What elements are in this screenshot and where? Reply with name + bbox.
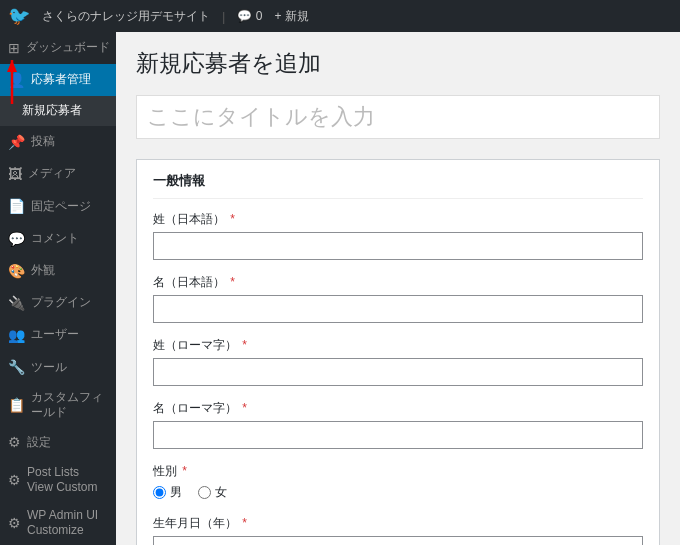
input-birthyear[interactable] — [153, 536, 643, 545]
admin-bar: 🐦 さくらのナレッジ用デモサイト | 💬 0 + 新規 — [0, 0, 680, 32]
settings-icon: ⚙ — [8, 433, 21, 451]
form-row-lastname-roman: 姓（ローマ字） * — [153, 337, 643, 386]
plugins-icon: 🔌 — [8, 294, 25, 312]
sidebar-item-label: カスタムフィールド — [31, 390, 108, 419]
sidebar-item-posts[interactable]: 📌 投稿 — [0, 126, 116, 158]
sidebar-item-label: ツール — [31, 360, 67, 376]
sidebar-item-comments[interactable]: 💬 コメント — [0, 223, 116, 255]
posts-icon: 📌 — [8, 133, 25, 151]
main-content: 新規応募者を追加 一般情報 姓（日本語） * 名（日本語） * — [116, 32, 680, 545]
general-info-section: 一般情報 姓（日本語） * 名（日本語） * 姓（ローマ字） * — [136, 159, 660, 545]
label-lastname-jp: 姓（日本語） * — [153, 211, 643, 228]
sidebar-item-new-applicant[interactable]: 新規応募者 — [0, 96, 116, 126]
comments-icon: 💬 — [8, 230, 25, 248]
form-row-lastname-jp: 姓（日本語） * — [153, 211, 643, 260]
input-lastname-jp[interactable] — [153, 232, 643, 260]
sidebar-item-label: 固定ページ — [31, 199, 91, 215]
radio-female-label[interactable]: 女 — [198, 484, 227, 501]
sidebar-item-label: 外観 — [31, 263, 55, 279]
admin-bar-sep: | — [222, 9, 225, 24]
input-firstname-roman[interactable] — [153, 421, 643, 449]
sidebar-item-label: WP Admin UI Customize — [27, 508, 108, 537]
svg-marker-1 — [7, 60, 17, 72]
admin-bar-new[interactable]: + 新規 — [274, 8, 308, 25]
sidebar-item-post-lists[interactable]: ⚙ Post Lists View Custom — [0, 458, 116, 501]
wp-layout: ⊞ ダッシュボード 👤 応募者管理 新規応募者 📌 投稿 — [0, 32, 680, 545]
appearance-icon: 🎨 — [8, 262, 25, 280]
sidebar-item-label: ユーザー — [31, 327, 79, 343]
radio-male[interactable] — [153, 486, 166, 499]
users-icon: 👥 — [8, 326, 25, 344]
tools-icon: 🔧 — [8, 358, 25, 376]
section-title-general: 一般情報 — [153, 172, 643, 199]
form-row-firstname-roman: 名（ローマ字） * — [153, 400, 643, 449]
admin-bar-site-name[interactable]: さくらのナレッジ用デモサイト — [42, 8, 210, 25]
sidebar-submenu-applicant: 新規応募者 — [0, 96, 116, 126]
radio-female[interactable] — [198, 486, 211, 499]
custom-fields-icon: 📋 — [8, 396, 25, 414]
pages-icon: 📄 — [8, 197, 25, 215]
sidebar-item-label: 応募者管理 — [31, 72, 91, 88]
admin-bar-comments[interactable]: 💬 0 — [237, 9, 262, 23]
sidebar-item-plugins[interactable]: 🔌 プラグイン — [0, 287, 116, 319]
dashboard-icon: ⊞ — [8, 39, 20, 57]
sidebar-item-label: 投稿 — [31, 134, 55, 150]
label-gender: 性別 * — [153, 463, 643, 480]
page-title: 新規応募者を追加 — [136, 48, 660, 79]
arrow-annotation — [2, 58, 22, 113]
label-lastname-roman: 姓（ローマ字） * — [153, 337, 643, 354]
post-lists-icon: ⚙ — [8, 471, 21, 489]
media-icon: 🖼 — [8, 165, 22, 183]
input-lastname-roman[interactable] — [153, 358, 643, 386]
sidebar-item-custom-fields[interactable]: 📋 カスタムフィールド — [0, 383, 116, 426]
radio-male-label[interactable]: 男 — [153, 484, 182, 501]
sidebar-item-label: コメント — [31, 231, 79, 247]
sidebar-item-tools[interactable]: 🔧 ツール — [0, 351, 116, 383]
label-firstname-jp: 名（日本語） * — [153, 274, 643, 291]
wp-logo-icon[interactable]: 🐦 — [8, 5, 30, 27]
post-title-input[interactable] — [136, 95, 660, 139]
sidebar-item-label: ダッシュボード — [26, 40, 110, 56]
wp-admin-ui-icon: ⚙ — [8, 514, 21, 532]
sidebar-item-label: プラグイン — [31, 295, 91, 311]
form-row-firstname-jp: 名（日本語） * — [153, 274, 643, 323]
sidebar-item-appearance[interactable]: 🎨 外観 — [0, 255, 116, 287]
label-firstname-roman: 名（ローマ字） * — [153, 400, 643, 417]
sidebar-item-label: Post Lists View Custom — [27, 465, 108, 494]
sidebar-item-pages[interactable]: 📄 固定ページ — [0, 190, 116, 222]
sidebar-item-label: 設定 — [27, 435, 51, 451]
sidebar-item-label: メディア — [28, 166, 76, 182]
sidebar: ⊞ ダッシュボード 👤 応募者管理 新規応募者 📌 投稿 — [0, 32, 116, 545]
label-birthyear: 生年月日（年） * — [153, 515, 643, 532]
form-row-birthyear: 生年月日（年） * — [153, 515, 643, 545]
sidebar-item-wp-admin-ui[interactable]: ⚙ WP Admin UI Customize — [0, 501, 116, 544]
form-row-gender: 性別 * 男 女 — [153, 463, 643, 501]
gender-radio-group: 男 女 — [153, 484, 643, 501]
sidebar-item-settings[interactable]: ⚙ 設定 — [0, 426, 116, 458]
sidebar-item-label: 新規応募者 — [22, 103, 82, 119]
sidebar-item-media[interactable]: 🖼 メディア — [0, 158, 116, 190]
input-firstname-jp[interactable] — [153, 295, 643, 323]
sidebar-item-users[interactable]: 👥 ユーザー — [0, 319, 116, 351]
